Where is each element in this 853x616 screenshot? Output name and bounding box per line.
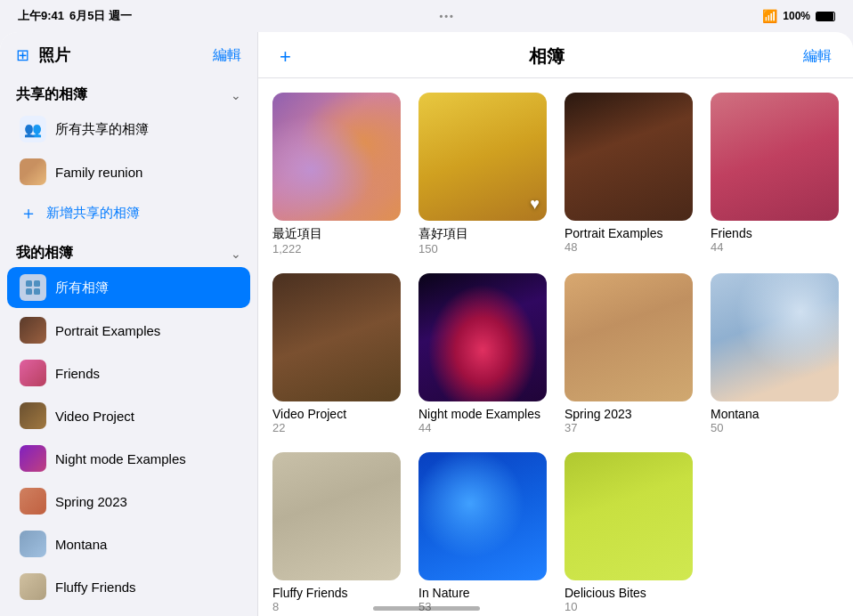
album-card-spring[interactable]: Spring 202337 [565,273,693,434]
album-count-night: 44 [418,421,547,434]
album-name-spring: Spring 2023 [565,407,693,421]
main-header-title: 相簿 [529,45,565,69]
album-thumb-fluffy [272,452,401,580]
battery-label: 100% [783,10,810,22]
all-albums-icon [20,274,46,301]
album-name-portrait: Portrait Examples [565,226,693,240]
home-indicator [373,606,480,611]
status-bar-center: ••• [439,11,455,21]
my-section-title: 我的相簿 [16,244,73,263]
album-card-montana[interactable]: Montana50 [711,273,839,434]
sidebar-item-video-project[interactable]: Video Project [7,395,250,436]
album-card-portrait[interactable]: Portrait Examples48 [565,93,693,255]
sidebar-portrait-label: Portrait Examples [55,323,160,338]
portrait-thumb [20,317,46,344]
album-name-video: Video Project [272,407,401,421]
sidebar-spring-label: Spring 2023 [55,494,127,509]
sidebar-toggle-icon[interactable]: ⊞ [16,45,29,65]
album-card-fluffy[interactable]: Fluffy Friends8 [272,452,401,613]
battery-icon [816,12,835,21]
album-count-portrait: 48 [565,240,693,254]
album-thumb-recent [272,93,401,221]
sidebar-item-all-shared[interactable]: 👥 所有共享的相簿 [7,109,250,150]
album-thumb-delicious [565,452,693,580]
status-bar-right: 📶 100% [762,9,835,23]
album-name-friends: Friends [711,226,839,240]
sidebar-item-in-nature[interactable]: In Nature [7,609,250,616]
album-count-video: 22 [272,421,401,434]
sidebar-item-family-reunion[interactable]: Family reunion [7,151,250,192]
status-time: 上午9:41 [18,8,64,24]
spring-thumb [20,488,46,515]
sidebar-night-label: Night mode Examples [55,451,186,466]
album-thumb-spring [565,273,693,401]
status-dots: ••• [439,11,455,21]
add-album-button[interactable]: + [280,45,291,69]
album-count-friends: 44 [711,240,839,254]
album-count-favorites: 150 [418,242,547,255]
album-count-recent: 1,222 [272,242,401,255]
add-shared-icon: ＋ [20,201,37,225]
album-name-fluffy: Fluffy Friends [272,586,401,600]
sidebar-item-spring-2023[interactable]: Spring 2023 [7,481,250,522]
albums-grid: 最近項目1,222♥喜好項目150Portrait Examples48Frie… [258,78,853,616]
sidebar-edit-button[interactable]: 編輯 [213,46,241,65]
album-card-night[interactable]: Night mode Examples44 [418,273,547,434]
album-card-nature[interactable]: In Nature53 [418,452,547,613]
status-date: 6月5日 週一 [69,8,132,24]
sidebar-add-shared-album[interactable]: ＋ 新增共享的相簿 [7,194,250,232]
album-thumb-favorites: ♥ [418,93,547,221]
album-count-montana: 50 [711,421,839,434]
album-name-nature: In Nature [418,586,547,600]
shared-chevron-icon[interactable]: ⌄ [231,88,241,102]
sidebar-montana-label: Montana [55,537,107,552]
sidebar: ⊞ 照片 編輯 共享的相簿 ⌄ 👥 所有共享的相簿 Family reunion… [0,32,258,616]
album-thumb-nature [418,452,547,580]
shared-section-title: 共享的相簿 [16,85,87,104]
sidebar-item-fluffy-friends[interactable]: Fluffy Friends [7,566,250,607]
status-bar-left: 上午9:41 6月5日 週一 [18,8,132,24]
sidebar-add-shared-label: 新增共享的相簿 [46,205,140,222]
sidebar-title: 照片 [38,45,70,66]
svg-rect-0 [26,280,32,287]
video-thumb [20,402,46,429]
sidebar-all-shared-label: 所有共享的相簿 [55,121,149,138]
sidebar-item-friends[interactable]: Friends [7,353,250,393]
album-card-video[interactable]: Video Project22 [272,273,401,434]
album-name-recent: 最近項目 [272,226,401,242]
sidebar-all-albums-label: 所有相簿 [55,280,109,296]
album-thumb-video [272,273,401,401]
svg-rect-1 [34,280,40,287]
album-name-delicious: Delicious Bites [565,586,693,600]
my-chevron-icon[interactable]: ⌄ [231,247,241,261]
album-thumb-night [418,273,547,401]
album-thumb-montana [711,273,839,401]
svg-rect-3 [34,288,40,295]
my-section-header: 我的相簿 ⌄ [0,233,257,266]
montana-thumb [20,531,46,557]
friends-thumb [20,360,46,386]
sidebar-fluffy-label: Fluffy Friends [55,580,136,595]
album-card-recent[interactable]: 最近項目1,222 [272,93,401,255]
album-name-night: Night mode Examples [418,407,547,421]
sidebar-friends-label: Friends [55,366,100,381]
main-header: + 相簿 編輯 [258,32,853,78]
sidebar-video-label: Video Project [55,409,134,424]
heart-icon: ♥ [530,195,540,214]
sidebar-item-portrait[interactable]: Portrait Examples [7,310,250,351]
album-thumb-portrait [565,93,693,221]
album-count-spring: 37 [565,421,693,434]
sidebar-item-montana[interactable]: Montana [7,523,250,564]
album-card-friends[interactable]: Friends44 [711,93,839,255]
sidebar-item-night-mode[interactable]: Night mode Examples [7,438,250,479]
fluffy-thumb [20,573,46,600]
album-card-delicious[interactable]: Delicious Bites10 [565,452,693,613]
family-reunion-thumb [20,158,46,185]
night-thumb [20,445,46,472]
sidebar-family-reunion-label: Family reunion [55,165,142,180]
status-bar: 上午9:41 6月5日 週一 ••• 📶 100% [0,0,853,32]
main-edit-button[interactable]: 編輯 [803,47,832,66]
album-name-montana: Montana [711,407,839,421]
album-card-favorites[interactable]: ♥喜好項目150 [418,93,547,255]
sidebar-item-all-albums[interactable]: 所有相簿 [7,267,250,308]
